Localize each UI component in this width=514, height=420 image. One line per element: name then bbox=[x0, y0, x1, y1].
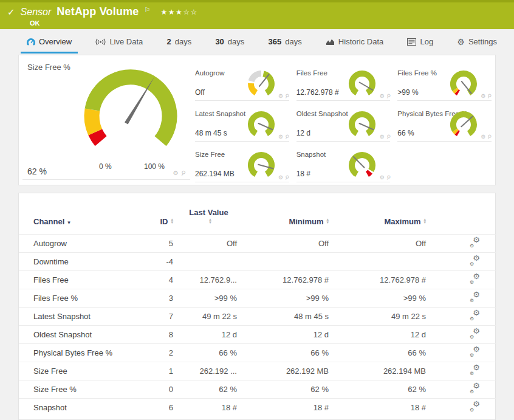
object-type-label: Sensor bbox=[21, 7, 52, 18]
channel-settings-icon[interactable]: ⚙⚙ bbox=[470, 329, 480, 339]
gauge-settings-gear-icon[interactable]: ⚙ bbox=[278, 134, 283, 140]
channel-minimum: >99 % bbox=[241, 289, 356, 308]
gauge-settings-gear-icon[interactable]: ⚙ bbox=[173, 170, 179, 176]
channel-last-value: 12 d bbox=[177, 326, 241, 344]
channel-gauge bbox=[243, 149, 279, 182]
gauge-settings-gear-icon[interactable]: ⚙ bbox=[481, 134, 485, 140]
channel-maximum bbox=[356, 253, 453, 271]
channel-settings-icon[interactable]: ⚙⚙ bbox=[470, 256, 480, 266]
tab-log[interactable]: Log bbox=[401, 32, 439, 53]
divider bbox=[397, 141, 492, 142]
channel-id: 4 bbox=[140, 271, 177, 289]
column-header-maximum[interactable]: Maximum▴▾ bbox=[356, 202, 453, 235]
channel-settings-icon[interactable]: ⚙⚙ bbox=[470, 238, 480, 247]
size-free-pct-gauge bbox=[70, 64, 191, 161]
tab-label: Live Data bbox=[109, 37, 143, 46]
channel-maximum: 262.194 MB bbox=[356, 362, 453, 380]
channel-minimum: 48 m 45 s bbox=[241, 308, 356, 326]
gauge-pin-icon[interactable]: ⚲ bbox=[284, 92, 290, 100]
table-row: Size Free % 0 62 % 62 % 62 % ⚙⚙ bbox=[19, 380, 496, 399]
tab-bar: Overview Live Data 2 days 30 days 365 da… bbox=[0, 32, 514, 53]
gauge-pin-icon[interactable]: ⚲ bbox=[486, 133, 493, 140]
gauge-label: Files Free % bbox=[397, 69, 437, 77]
tab-2-days[interactable]: 2 days bbox=[160, 32, 197, 53]
channel-table: Channel▾ ID▴▾ Last Value▴▾ Minimum▴▾ Max… bbox=[19, 202, 496, 417]
gauge-settings-gear-icon[interactable]: ⚙ bbox=[380, 174, 385, 181]
column-header-id[interactable]: ID▴▾ bbox=[140, 202, 177, 235]
gauge-tile: Files Free % >99 % ⚙ ⚲ bbox=[394, 64, 495, 105]
gauge-value: 66 % bbox=[397, 129, 414, 137]
gauge-pin-icon[interactable]: ⚲ bbox=[385, 92, 392, 100]
page-title: NetApp Volume bbox=[57, 5, 139, 18]
channel-minimum: 12.762.978 # bbox=[241, 271, 356, 289]
main-gauge-value: 62 % bbox=[27, 167, 47, 176]
empty-gauge-cell bbox=[394, 145, 495, 186]
column-header-minimum[interactable]: Minimum▴▾ bbox=[241, 202, 356, 235]
gauge-tile: Physical Bytes Free % 66 % ⚙ ⚲ bbox=[394, 105, 495, 145]
divider bbox=[397, 100, 492, 101]
channel-maximum: 49 m 22 s bbox=[356, 308, 453, 326]
tab-settings[interactable]: ⚙ Settings bbox=[451, 32, 503, 53]
tab-live-data[interactable]: Live Data bbox=[89, 32, 149, 53]
gauge-pin-icon[interactable]: ⚲ bbox=[284, 174, 290, 181]
gauge-pin-icon[interactable]: ⚲ bbox=[385, 133, 392, 140]
gauge-max-label: 100 % bbox=[144, 162, 165, 171]
column-header-last-value[interactable]: Last Value▴▾ bbox=[177, 202, 241, 235]
channel-minimum: 66 % bbox=[241, 344, 356, 362]
gauge-pin-icon[interactable]: ⚲ bbox=[284, 133, 290, 140]
channel-settings-icon[interactable]: ⚙⚙ bbox=[470, 293, 480, 302]
channel-settings-icon[interactable]: ⚙⚙ bbox=[470, 402, 480, 411]
gauge-pin-icon[interactable]: ⚲ bbox=[486, 92, 493, 100]
gauge-icon bbox=[27, 38, 35, 46]
channel-settings-icon[interactable]: ⚙⚙ bbox=[470, 384, 480, 393]
live-data-icon bbox=[95, 38, 106, 46]
tab-365-days[interactable]: 365 days bbox=[262, 32, 308, 53]
channel-name: Physical Bytes Free % bbox=[19, 344, 140, 362]
channel-settings-icon[interactable]: ⚙⚙ bbox=[470, 348, 480, 357]
tab-historic-data[interactable]: Historic Data bbox=[320, 32, 389, 53]
channel-settings-icon[interactable]: ⚙⚙ bbox=[470, 275, 480, 284]
tab-30-days[interactable]: 30 days bbox=[209, 32, 250, 53]
gauge-tile: Size Free 262.194 MB ⚙ ⚲ bbox=[191, 145, 293, 186]
gauge-tile: Snapshot 18 # ⚙ ⚲ bbox=[293, 145, 394, 186]
column-header-channel[interactable]: Channel▾ bbox=[19, 202, 140, 235]
tab-label: days bbox=[228, 37, 244, 46]
gauge-settings-gear-icon[interactable]: ⚙ bbox=[481, 93, 485, 99]
gauge-value: 48 m 45 s bbox=[195, 129, 227, 137]
sort-arrows-icon: ▴▾ bbox=[171, 218, 173, 224]
divider bbox=[296, 182, 391, 182]
channel-name: Files Free % bbox=[19, 289, 140, 308]
table-row: Autogrow 5 Off Off Off ⚙⚙ bbox=[19, 235, 496, 253]
channel-gauge bbox=[445, 108, 482, 141]
flag-icon[interactable]: ⚐ bbox=[145, 6, 151, 14]
channel-settings-icon[interactable]: ⚙⚙ bbox=[470, 366, 480, 375]
gauge-pin-icon[interactable]: ⚲ bbox=[179, 169, 187, 177]
settings-gear-icon: ⚙ bbox=[457, 38, 465, 46]
gauge-pin-icon[interactable]: ⚲ bbox=[385, 174, 392, 181]
channel-gauge bbox=[243, 67, 279, 100]
gauge-value: 262.194 MB bbox=[195, 170, 235, 178]
historic-data-chart-icon bbox=[326, 38, 335, 46]
channel-minimum: 262.192 MB bbox=[241, 362, 356, 380]
gauge-settings-gear-icon[interactable]: ⚙ bbox=[278, 174, 283, 181]
channel-minimum bbox=[241, 253, 356, 271]
channel-maximum: 12 d bbox=[356, 326, 453, 344]
channel-name: Autogrow bbox=[19, 235, 140, 253]
channel-settings-icon[interactable]: ⚙⚙ bbox=[470, 311, 480, 320]
channel-id: 0 bbox=[140, 380, 177, 399]
channel-last-value: 12.762.9... bbox=[177, 271, 241, 289]
channel-id: 6 bbox=[140, 399, 177, 417]
channel-last-value: >99 % bbox=[177, 289, 241, 308]
channel-name: Latest Snapshot bbox=[19, 308, 140, 326]
channel-maximum: 62 % bbox=[356, 380, 453, 399]
gauge-settings-gear-icon[interactable]: ⚙ bbox=[380, 93, 385, 99]
channel-name: Files Free bbox=[19, 271, 140, 289]
gauge-value: 18 # bbox=[296, 170, 310, 178]
priority-stars[interactable]: ★★★☆☆ bbox=[160, 8, 197, 16]
tab-overview[interactable]: Overview bbox=[21, 32, 78, 53]
sort-caret-down-icon: ▾ bbox=[67, 219, 70, 225]
channel-name: Oldest Snapshot bbox=[19, 326, 140, 344]
status-ok-check-icon: ✓ bbox=[7, 7, 15, 18]
gauge-settings-gear-icon[interactable]: ⚙ bbox=[278, 93, 283, 99]
gauge-settings-gear-icon[interactable]: ⚙ bbox=[380, 134, 385, 140]
